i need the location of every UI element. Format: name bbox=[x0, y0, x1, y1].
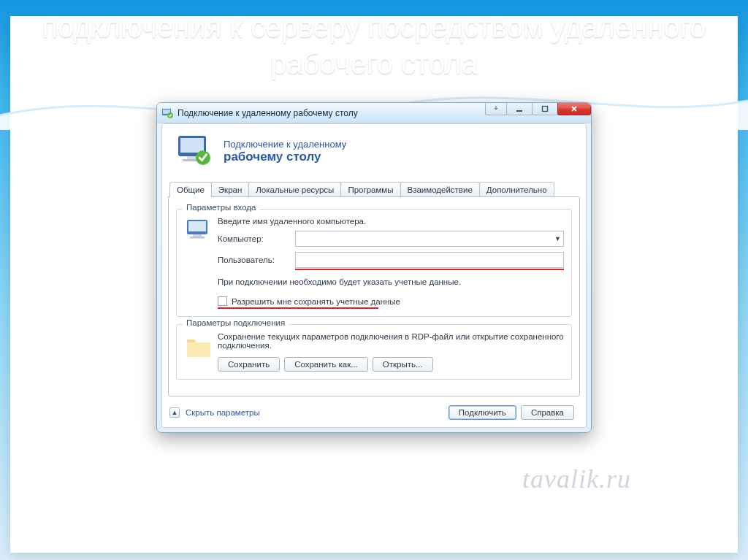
folder-icon bbox=[184, 332, 213, 372]
close-button[interactable] bbox=[557, 102, 591, 115]
save-as-button[interactable]: Сохранить как... bbox=[284, 357, 368, 372]
user-label: Пользователь: bbox=[218, 256, 295, 264]
tab-general[interactable]: Общие bbox=[169, 182, 212, 197]
tab-advanced[interactable]: Дополнительно bbox=[479, 182, 554, 197]
tab-display[interactable]: Экран bbox=[211, 182, 249, 197]
header-line2: рабочему столу bbox=[224, 150, 346, 164]
rdp-window: Подключение к удаленному рабочему столу bbox=[156, 102, 592, 433]
svg-rect-6 bbox=[180, 138, 204, 153]
svg-rect-11 bbox=[188, 221, 206, 231]
user-input[interactable] bbox=[295, 252, 564, 268]
connect-button[interactable]: Подключить bbox=[449, 405, 516, 420]
slide-title: подключения к серверу посредством удален… bbox=[0, 9, 748, 82]
group-conn-title: Параметры подключения bbox=[183, 318, 289, 327]
window-buttons bbox=[486, 102, 591, 115]
conn-text: Сохранение текущих параметров подключени… bbox=[218, 332, 564, 350]
remember-checkbox[interactable] bbox=[218, 296, 227, 306]
highlight-remember bbox=[218, 307, 378, 309]
tab-local-res[interactable]: Локальные ресурсы bbox=[248, 182, 341, 197]
save-button[interactable]: Сохранить bbox=[218, 357, 280, 372]
hide-params-link[interactable]: Скрыть параметры bbox=[186, 408, 260, 417]
computer-label: Компьютер: bbox=[218, 234, 295, 243]
group-login: Параметры входа Введите имя удаленного bbox=[176, 209, 572, 317]
svg-rect-12 bbox=[193, 234, 202, 237]
collapse-params-icon[interactable]: ▲ bbox=[169, 407, 180, 418]
maximize-button[interactable] bbox=[532, 102, 558, 115]
tab-experience[interactable]: Взаимодействие bbox=[400, 182, 480, 197]
group-connection-params: Параметры подключения Сохранение текущих… bbox=[176, 324, 572, 380]
help-button[interactable]: Справка bbox=[521, 405, 574, 420]
title-bar[interactable]: Подключение к удаленному рабочему столу bbox=[157, 103, 591, 123]
login-note: При подключении необходимо будет указать… bbox=[218, 277, 564, 286]
window-title: Подключение к удаленному рабочему столу bbox=[178, 108, 358, 118]
svg-rect-4 bbox=[543, 106, 548, 111]
app-icon bbox=[161, 107, 173, 119]
tab-programs[interactable]: Программы bbox=[340, 182, 400, 197]
remember-label: Разрешить мне сохранять учетные данные bbox=[232, 297, 400, 306]
svg-rect-7 bbox=[187, 156, 197, 159]
monitor-icon bbox=[175, 134, 213, 168]
open-button[interactable]: Открыть... bbox=[373, 357, 433, 372]
computer-icon bbox=[184, 217, 213, 309]
group-login-title: Параметры входа bbox=[183, 203, 259, 212]
svg-rect-3 bbox=[516, 110, 522, 112]
header-line1: Подключение к удаленному bbox=[224, 139, 346, 150]
pin-button[interactable] bbox=[485, 102, 507, 115]
minimize-button[interactable] bbox=[506, 102, 533, 115]
highlight-user bbox=[295, 269, 564, 270]
svg-rect-13 bbox=[190, 237, 205, 239]
login-instruction: Введите имя удаленного компьютера. bbox=[218, 217, 564, 226]
computer-combo[interactable] bbox=[295, 231, 564, 247]
tab-strip: Общие Экран Локальные ресурсы Программы … bbox=[168, 181, 580, 196]
dialog-header: Подключение к удаленному рабочему столу bbox=[168, 130, 580, 178]
tab-panel-general: Параметры входа Введите имя удаленного bbox=[168, 196, 580, 396]
